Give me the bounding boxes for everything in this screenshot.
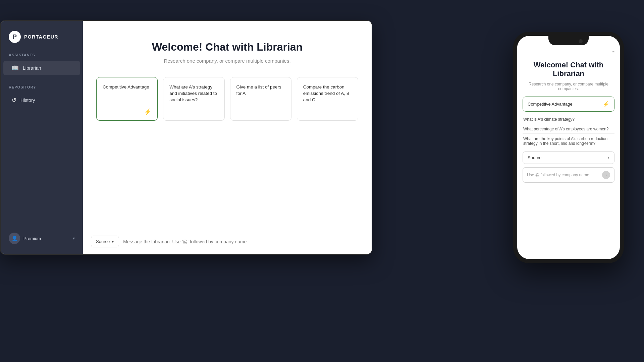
phone-suggestion-1[interactable]: What is A's climate strategy? [523,115,614,124]
section-assistants-label: ASSISTANTS [1,53,83,61]
source-chevron-icon: ▾ [112,239,114,244]
phone-lightning-icon: ⚡ [603,101,609,107]
phone-source-row[interactable]: Source ▾ [523,152,614,164]
welcome-subtitle: Research one company, or compare multipl… [164,58,290,64]
suggestion-cards: Competitive Advantage ⚡ What are A's str… [96,77,358,121]
main-content: Welcome! Chat with Librarian Research on… [83,21,372,254]
send-icon: → [604,173,608,177]
phone-suggestion-list: What is A's climate strategy? What perce… [523,115,614,148]
phone-source-chevron-icon: ▾ [607,155,609,160]
phone-menu-icon: ≡ [612,50,614,54]
desktop-frame: P PORTAGEUR ASSISTANTS 📖 Librarian REPOS… [0,0,644,362]
suggestion-card-1[interactable]: Competitive Advantage ⚡ [96,77,158,121]
lightning-icon: ⚡ [144,108,151,116]
phone-active-card[interactable]: Competitive Advantage ⚡ [523,97,614,112]
sidebar-item-librarian[interactable]: 📖 Librarian [3,61,80,75]
sidebar: P PORTAGEUR ASSISTANTS 📖 Librarian REPOS… [1,21,83,254]
phone-notch [548,36,589,45]
phone-camera [579,39,583,43]
card-2-text: What are A's strategy and initiatives re… [169,84,218,103]
bottom-bar: Source ▾ [83,230,372,254]
card-3-text: Give me a list of peers for A [236,84,285,97]
phone-content: Welcome! Chat with Librarian Research on… [517,55,620,259]
message-input[interactable] [123,239,364,244]
phone-suggestion-2[interactable]: What percentage of A's employees are wom… [523,125,614,134]
card-1-text: Competitive Advantage [103,84,151,90]
phone-active-card-text: Competitive Advantage [528,102,573,107]
phone-welcome-title: Welcome! Chat with Librarian [523,61,614,78]
phone-notch-bar [517,36,620,49]
section-repository-label: REPOSITORY [1,85,83,93]
source-button[interactable]: Source ▾ [91,236,119,247]
main-body: Welcome! Chat with Librarian Research on… [83,21,372,230]
phone-send-button[interactable]: → [602,171,610,179]
phone-input-row: Use @ followed by company name → [523,167,614,183]
app-name: PORTAGEUR [24,34,58,40]
suggestion-card-4[interactable]: Compare the carbon emissions trend of A,… [297,77,358,121]
source-label: Source [96,239,110,244]
welcome-title: Welcome! Chat with Librarian [152,41,303,53]
sidebar-bottom: 👤 Premium ▾ [1,229,83,247]
avatar: 👤 [9,233,20,244]
phone-frame: ≡ Welcome! Chat with Librarian Research … [513,32,624,263]
card-4-text: Compare the carbon emissions trend of A,… [303,84,352,103]
librarian-label: Librarian [23,65,41,71]
history-label: History [20,98,35,103]
phone-top-bar: ≡ [517,49,620,55]
user-name: Premium [23,236,69,241]
sidebar-logo: P PORTAGEUR [1,31,83,53]
phone-source-label: Source [528,155,541,160]
suggestion-card-2[interactable]: What are A's strategy and initiatives re… [163,77,224,121]
user-row[interactable]: 👤 Premium ▾ [3,229,80,247]
phone-suggestion-3[interactable]: What are the key points of A's carbon re… [523,134,614,148]
phone-input-placeholder: Use @ followed by company name [527,173,599,177]
book-icon: 📖 [11,64,19,72]
sidebar-item-history[interactable]: ↺ History [3,93,80,107]
desktop-window: P PORTAGEUR ASSISTANTS 📖 Librarian REPOS… [0,20,372,255]
history-icon: ↺ [11,97,16,104]
chevron-down-icon: ▾ [73,236,75,241]
logo-icon: P [9,31,21,43]
suggestion-card-3[interactable]: Give me a list of peers for A [230,77,291,121]
phone-welcome-subtitle: Research one company, or compare multipl… [523,82,614,91]
phone-inner: ≡ Welcome! Chat with Librarian Research … [517,36,620,259]
